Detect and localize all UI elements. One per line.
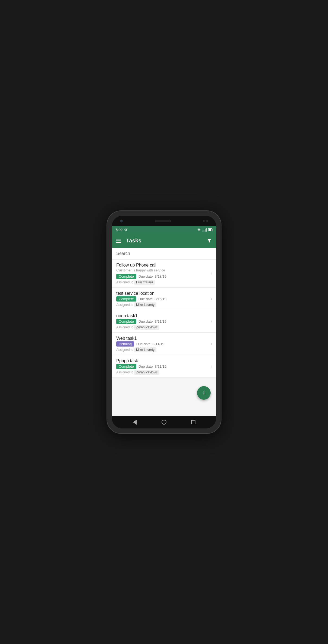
home-button[interactable]: [160, 419, 168, 426]
sensor-dot-2: [206, 220, 208, 222]
app-screen: 5:02 ⚙: [112, 226, 216, 416]
chevron-right-icon: ›: [211, 271, 212, 276]
assignee-name: Mike Laverty: [134, 347, 156, 352]
sensor-dot-1: [203, 220, 205, 222]
status-time: 5:02: [116, 228, 123, 232]
status-badge: Complete: [116, 296, 136, 302]
add-task-button[interactable]: +: [197, 386, 211, 400]
hamburger-line-1: [116, 239, 121, 239]
task-meta: Complete Due date 3/18/19: [116, 274, 212, 279]
back-icon: [133, 420, 137, 425]
task-item-1[interactable]: Follow up Phone call Customer is happy w…: [112, 259, 216, 288]
status-badge: Complete: [116, 274, 136, 279]
status-right: [197, 228, 212, 232]
wifi-icon: [197, 228, 201, 232]
sensor-dots: [203, 220, 208, 222]
battery-fill: [208, 229, 211, 231]
hamburger-line-2: [116, 241, 121, 241]
chevron-right-icon: ›: [211, 296, 212, 301]
back-button[interactable]: [131, 419, 138, 426]
assignee-name: Zoran Pavlovic: [134, 325, 159, 330]
assignee-name: Erin O'Hara: [134, 280, 155, 285]
task-item-4[interactable]: Web task1 Pending Due date 3/11/19 Assig…: [112, 333, 216, 355]
task-meta: Complete Due date 3/15/19: [116, 296, 212, 302]
phone-speaker: [155, 220, 171, 222]
assignee-name: Mike Laverty: [134, 302, 156, 307]
search-input[interactable]: [116, 251, 212, 256]
task-assigned: Assigned to Erin O'Hara: [116, 280, 212, 284]
task-subtitle: Customer is happy with service: [116, 268, 212, 272]
status-badge: Pending: [116, 341, 134, 347]
chevron-right-icon: ›: [211, 319, 212, 324]
assignee-name: Zoran Pavlovic: [134, 370, 159, 375]
status-badge: Complete: [116, 364, 136, 369]
due-date-text: Due date 3/18/19: [139, 274, 166, 278]
task-item-3[interactable]: oooo task1 Complete Due date 3/11/19 Ass…: [112, 310, 216, 333]
bottom-nav-bar: [112, 416, 216, 428]
front-camera: [120, 220, 123, 222]
recents-button[interactable]: [190, 419, 197, 426]
task-assigned: Assigned to Zoran Pavlovic: [116, 325, 212, 329]
signal-icon: [202, 228, 207, 232]
task-title: test service location: [116, 291, 212, 296]
task-item-2[interactable]: test service location Complete Due date …: [112, 288, 216, 310]
menu-button[interactable]: [116, 239, 121, 243]
task-meta: Complete Due date 3/11/19: [116, 319, 212, 324]
phone-top-hardware: [112, 216, 216, 226]
due-date-text: Due date 3/11/19: [139, 364, 166, 369]
task-meta: Complete Due date 3/11/19: [116, 364, 212, 369]
home-icon: [162, 420, 166, 425]
due-date-text: Due date 3/11/19: [139, 319, 166, 323]
chevron-right-icon: ›: [211, 341, 212, 346]
app-bar: Tasks: [112, 234, 216, 248]
task-meta: Pending Due date 3/11/19: [116, 341, 212, 347]
task-assigned: Assigned to Mike Laverty: [116, 303, 212, 307]
search-bar: [112, 248, 216, 259]
battery-icon: [208, 228, 212, 231]
app-title: Tasks: [126, 238, 206, 244]
due-date-text: Due date 3/11/19: [136, 342, 164, 346]
task-assigned: Assigned to Mike Laverty: [116, 348, 212, 352]
filter-icon[interactable]: [206, 238, 212, 244]
status-left: 5:02 ⚙: [116, 228, 127, 232]
phone-screen: 5:02 ⚙: [112, 216, 216, 428]
task-title: Ppppp task: [116, 358, 212, 363]
phone-device: 5:02 ⚙: [107, 211, 221, 433]
status-bar: 5:02 ⚙: [112, 226, 216, 234]
svg-point-0: [199, 231, 199, 232]
hamburger-line-3: [116, 242, 121, 243]
task-title: Follow up Phone call: [116, 263, 212, 268]
task-assigned: Assigned to Zoran Pavlovic: [116, 370, 212, 374]
status-badge: Complete: [116, 319, 136, 324]
task-item-5[interactable]: Ppppp task Complete Due date 3/11/19 Ass…: [112, 355, 216, 378]
settings-icon: ⚙: [124, 228, 127, 232]
recents-icon: [191, 420, 195, 424]
due-date-text: Due date 3/15/19: [139, 297, 166, 301]
chevron-right-icon: ›: [211, 364, 212, 369]
task-title: oooo task1: [116, 313, 212, 318]
task-title: Web task1: [116, 336, 212, 341]
